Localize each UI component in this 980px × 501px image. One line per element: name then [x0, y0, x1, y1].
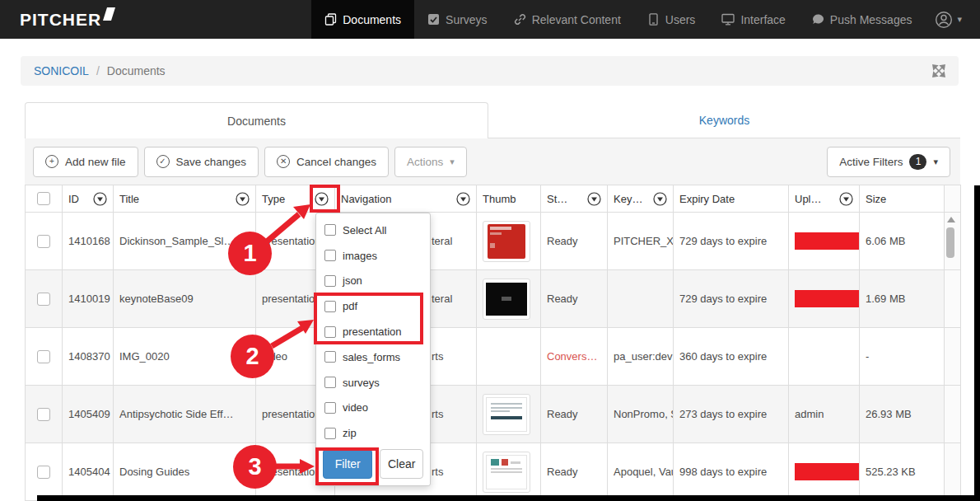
nav-item-relevant-content[interactable]: Relevant Content — [501, 0, 634, 39]
id-filter-icon[interactable] — [93, 192, 107, 206]
cell-status: Ready — [541, 213, 608, 270]
row-checkbox[interactable] — [37, 235, 50, 248]
scrollbar-track[interactable] — [945, 386, 961, 443]
cell-size: 1.69 MB — [860, 270, 945, 328]
header-navigation[interactable]: Navigation — [335, 185, 477, 213]
breadcrumb-org-link[interactable]: SONICOIL — [34, 64, 89, 77]
filter-clear-button[interactable]: Clear — [380, 449, 423, 479]
thumbnail[interactable] — [483, 221, 530, 262]
checkbox-icon[interactable] — [324, 402, 336, 414]
keywords-filter-icon[interactable] — [653, 192, 667, 206]
header-uploader-label: Upl… — [795, 193, 822, 205]
row-checkbox[interactable] — [37, 350, 50, 363]
filter-apply-button[interactable]: Filter — [323, 449, 372, 479]
filter-option-presentation[interactable]: presentation — [316, 319, 430, 344]
filter-option-sales-forms[interactable]: sales_forms — [316, 344, 430, 370]
table-row: 1410019 keynoteBase09 presentation teral… — [26, 270, 961, 328]
nav-item-documents[interactable]: Documents — [311, 0, 414, 39]
header-expiry[interactable]: Expiry Date — [674, 185, 789, 213]
header-id[interactable]: ID — [63, 185, 114, 213]
header-select-all[interactable] — [26, 185, 63, 213]
header-size[interactable]: Size — [860, 185, 945, 213]
header-navigation-label: Navigation — [341, 193, 391, 205]
cell-id: 1405409 — [63, 386, 114, 443]
header-status[interactable]: St… — [541, 185, 608, 213]
surveys-icon — [427, 13, 440, 26]
filter-option-images[interactable]: images — [316, 243, 430, 269]
type-filter-icon[interactable] — [315, 192, 329, 206]
filter-option-video[interactable]: video — [316, 396, 430, 421]
thumbnail[interactable] — [483, 279, 530, 320]
navigation-filter-icon[interactable] — [456, 192, 470, 206]
thumbnail[interactable] — [483, 452, 530, 493]
header-keywords[interactable]: Key… — [608, 185, 674, 213]
checkbox-icon[interactable] — [324, 250, 336, 261]
cell-select — [26, 386, 63, 443]
scrollbar-track[interactable] — [945, 443, 961, 501]
scrollbar-track[interactable] — [945, 270, 961, 328]
filter-option-json[interactable]: json — [316, 269, 430, 294]
table-row: 1405409 Antipsychotic Side Eff… presenta… — [26, 386, 961, 443]
logo-text: PITCHER — [20, 10, 101, 30]
active-filters-button[interactable]: Active Filters 1 ▾ — [827, 147, 950, 177]
row-checkbox[interactable] — [37, 293, 50, 306]
cancel-changes-label: Cancel changes — [296, 156, 376, 168]
nav-item-surveys[interactable]: Surveys — [414, 0, 501, 39]
row-checkbox[interactable] — [37, 466, 50, 479]
scrollbar-up-arrow[interactable] — [947, 217, 955, 222]
title-filter-icon[interactable] — [236, 192, 250, 206]
nav-item-users[interactable]: Users — [634, 0, 709, 39]
fullscreen-toggle[interactable] — [932, 64, 945, 77]
thumbnail[interactable] — [483, 394, 530, 435]
nav-item-interface[interactable]: Interface — [708, 0, 798, 39]
users-icon — [647, 13, 660, 26]
filter-option-surveys[interactable]: surveys — [316, 370, 430, 396]
status-filter-icon[interactable] — [587, 192, 601, 206]
cell-status: Ready — [541, 386, 608, 443]
cancel-changes-button[interactable]: ✕ Cancel changes — [264, 147, 389, 177]
header-expiry-label: Expiry Date — [679, 193, 735, 205]
actions-dropdown-button[interactable]: Actions ▾ — [394, 147, 467, 177]
row-checkbox[interactable] — [37, 408, 50, 421]
cell-keywords — [608, 270, 674, 328]
scrollbar-track[interactable] — [945, 328, 961, 386]
header-type-label: Type — [262, 193, 285, 205]
cell-expiry: 273 days to expire — [674, 386, 789, 443]
scrollbar-thumb[interactable] — [946, 227, 954, 258]
header-type[interactable]: Type — [256, 185, 335, 213]
active-filters-label: Active Filters — [839, 156, 903, 168]
header-status-label: St… — [547, 193, 567, 205]
checkbox-icon[interactable] — [324, 275, 336, 287]
checkbox-icon[interactable] — [324, 224, 336, 236]
table-row: 1408370 IMG_0020 video rts Convers… pa_u… — [26, 328, 961, 386]
cell-status: Ready — [541, 270, 608, 328]
tab-documents[interactable]: Documents — [25, 102, 488, 138]
active-filters-count-badge: 1 — [909, 154, 926, 170]
add-new-file-button[interactable]: + Add new file — [33, 147, 138, 177]
checkbox-icon[interactable] — [324, 301, 336, 312]
filter-option-pdf[interactable]: pdf — [316, 293, 430, 319]
checkbox-icon[interactable] — [324, 351, 336, 363]
cell-uploader — [789, 213, 860, 270]
save-changes-button[interactable]: ✓ Save changes — [144, 147, 259, 177]
tab-keywords[interactable]: Keywords — [488, 102, 960, 138]
checkbox-icon[interactable] — [324, 428, 336, 439]
tab-keywords-label: Keywords — [699, 114, 749, 127]
chevron-down-icon: ▾ — [450, 157, 455, 166]
uploader-filter-icon[interactable] — [839, 192, 853, 206]
header-uploader[interactable]: Upl… — [789, 185, 860, 213]
checkbox-icon[interactable] — [324, 326, 336, 338]
account-menu[interactable]: ▾ — [925, 0, 980, 39]
table-row: 1405404 Dosing Guides presentation rts R… — [26, 443, 961, 501]
select-all-checkbox[interactable] — [37, 192, 50, 205]
pitcher-logo[interactable]: PITCHER — [0, 0, 132, 39]
filter-option-zip[interactable]: zip — [316, 420, 430, 446]
filter-option-select-all[interactable]: Select All — [316, 218, 430, 243]
cell-uploader — [789, 443, 860, 501]
checkbox-icon[interactable] — [324, 377, 336, 388]
filter-option-label: zip — [343, 427, 357, 439]
header-title[interactable]: Title — [114, 185, 256, 213]
scrollbar-track[interactable] — [945, 185, 961, 213]
header-thumb[interactable]: Thumb — [477, 185, 541, 213]
nav-item-push-messages[interactable]: Push Messages — [799, 0, 926, 39]
